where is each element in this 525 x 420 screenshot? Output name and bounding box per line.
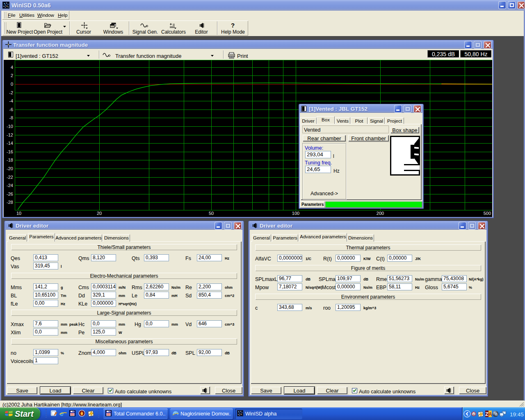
svg-text:-22: -22 [7,175,13,180]
svg-text:-2: -2 [9,90,13,95]
svg-text:-20: -20 [7,166,13,171]
svg-text:200: 200 [377,211,384,216]
svg-text:-18: -18 [7,158,13,162]
svg-text:-14: -14 [7,141,13,146]
svg-text:-4: -4 [9,98,13,103]
svg-text:Z: Z [485,411,488,417]
svg-text:-16: -16 [7,149,13,154]
svg-text:a: a [495,411,498,416]
svg-text:0: 0 [11,82,13,87]
svg-text:-28: -28 [7,200,13,205]
svg-text:500: 500 [484,211,491,216]
svg-text:-12: -12 [7,132,13,137]
svg-text:20: 20 [97,211,102,216]
svg-text:-26: -26 [7,192,13,196]
svg-text:-10: -10 [7,124,13,129]
svg-text:-6: -6 [9,107,13,112]
svg-text:50: 50 [209,211,214,216]
svg-text:2: 2 [11,73,13,78]
svg-text:4: 4 [11,65,13,70]
svg-text:10: 10 [16,211,21,216]
svg-text:A: A [488,411,492,417]
svg-text:-8: -8 [9,115,13,120]
svg-text:-24: -24 [7,183,13,188]
svg-text:100: 100 [292,211,299,216]
